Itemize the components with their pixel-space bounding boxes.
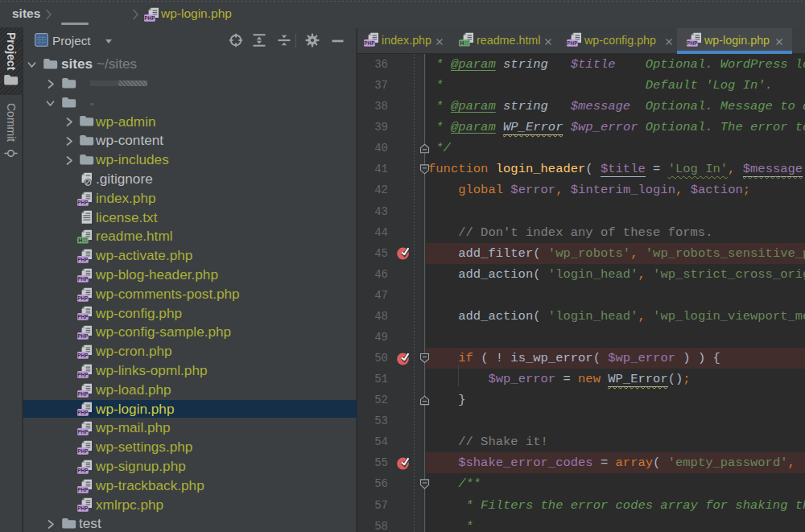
svg-text:PHP: PHP xyxy=(567,40,578,46)
svg-text:PHP: PHP xyxy=(687,40,698,46)
svg-text:PHP: PHP xyxy=(144,15,155,21)
svg-text:H: H xyxy=(460,40,464,46)
svg-text:PHP: PHP xyxy=(364,40,375,46)
